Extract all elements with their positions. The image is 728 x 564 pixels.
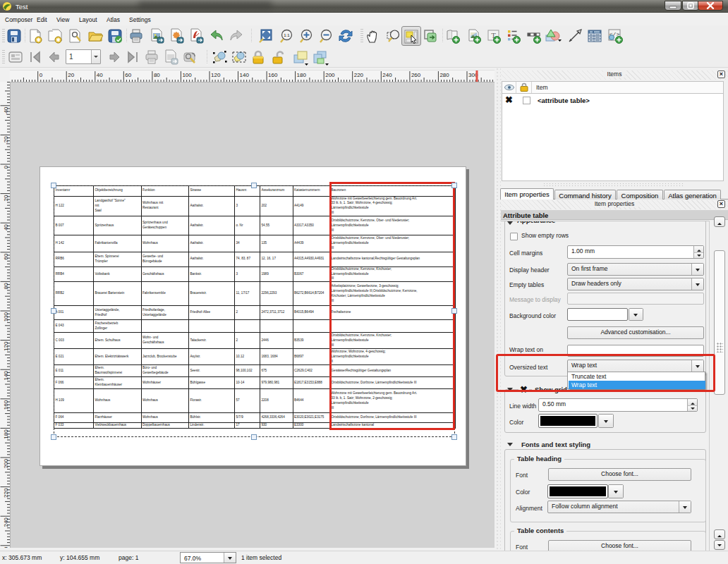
svg-text:0: 0 [3, 165, 9, 168]
svg-text:-20: -20 [3, 136, 9, 145]
svg-text:260: 260 [411, 72, 421, 78]
svg-text:160: 160 [268, 72, 278, 78]
svg-text:200: 200 [325, 72, 335, 78]
svg-text:120: 120 [211, 72, 221, 78]
svg-text:200: 200 [3, 458, 9, 468]
svg-text:240: 240 [3, 517, 9, 527]
svg-text:260: 260 [3, 546, 9, 548]
svg-text:280: 280 [439, 72, 449, 78]
svg-text:120: 120 [3, 341, 9, 351]
svg-text:160: 160 [3, 400, 9, 410]
svg-text:20: 20 [3, 195, 9, 201]
svg-text:1:1: 1:1 [284, 33, 290, 37]
svg-text:40: 40 [97, 72, 103, 78]
svg-text:-40: -40 [3, 106, 9, 115]
svg-text:100: 100 [182, 72, 192, 78]
svg-text:220: 220 [3, 488, 9, 498]
svg-text:180: 180 [297, 72, 307, 78]
svg-text:20: 20 [68, 72, 74, 78]
svg-text:0: 0 [40, 72, 43, 78]
svg-text:40: 40 [3, 224, 9, 231]
svg-text:100: 100 [3, 312, 9, 321]
svg-text:240: 240 [382, 72, 392, 78]
svg-text:60: 60 [125, 72, 131, 78]
svg-text:80: 80 [154, 72, 160, 78]
svg-text:140: 140 [240, 72, 250, 78]
svg-text:60: 60 [3, 253, 9, 259]
svg-text:140: 140 [3, 371, 9, 381]
svg-text:80: 80 [3, 283, 9, 289]
svg-text:180: 180 [3, 429, 9, 439]
svg-text:220: 220 [354, 72, 364, 78]
